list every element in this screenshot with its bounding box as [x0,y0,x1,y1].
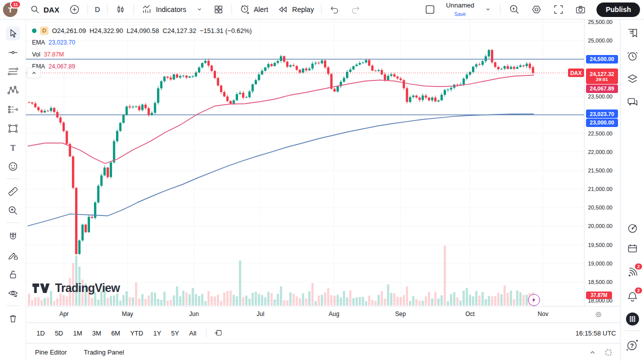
fullscreen-icon [552,4,564,16]
eye-icon [7,288,19,300]
indicators-button[interactable]: Indicators [137,2,190,18]
chart-column: D O24,261.09 H24,322.90 L24,090.58 C24,1… [26,20,620,361]
indicators-icon [141,4,153,16]
legend-collapse-button[interactable] [27,68,40,78]
interval-label: D [95,6,100,14]
screenshot-button[interactable] [570,2,590,18]
save-layout-button[interactable]: Unnamed Save [442,0,478,19]
indicator-templates-button[interactable] [208,2,228,18]
interval-badge[interactable]: D [40,26,48,35]
redo-button[interactable] [346,2,366,18]
range-1y-button[interactable]: 1Y [148,327,166,340]
undo-button[interactable] [324,2,344,18]
smiley-icon [7,160,19,172]
ema-fast-legend-row[interactable]: EMA 24,067.89 [32,60,252,72]
zoom-tool-button[interactable] [6,204,20,218]
range-3m-button[interactable]: 3M [88,327,106,340]
alerts-button[interactable] [626,49,640,63]
price-axis-label: 23,500.00 [588,94,612,100]
fib-tool-button[interactable] [6,64,20,78]
ema-line[interactable] [28,75,534,164]
chart-pane[interactable]: D O24,261.09 H24,322.90 L24,090.58 C24,1… [26,20,620,306]
projection-tool-button[interactable] [6,102,20,116]
interval-button[interactable]: D [91,4,104,16]
price-axis-label: 21,500.00 [588,168,612,174]
candlestick-style-icon [114,4,126,16]
chat-button[interactable] [626,95,640,109]
ema-slow-legend-row[interactable]: EMA 23,023.70 [32,36,252,48]
user-avatar[interactable]: T 11 [3,2,18,17]
panel-maximize-icon[interactable] [604,348,613,357]
indicators-dropdown-arrow[interactable] [192,4,208,16]
boost-lightning-button[interactable] [528,294,540,306]
month-label: Nov [538,310,548,318]
range-ytd-button[interactable]: YTD [126,327,148,340]
trash-icon [7,312,19,324]
alert-button[interactable]: Alert [235,2,272,18]
search-icon [30,4,40,15]
panel-expand-chevron-icon[interactable] [588,348,597,357]
compare-add-symbol-button[interactable] [64,2,84,18]
magnet-icon [7,230,19,242]
last-price-badge: 24,127.3229:01 [586,68,618,84]
range-5y-button[interactable]: 5Y [166,327,184,340]
symbol-legend-row[interactable]: D O24,261.09 H24,322.90 L24,090.58 C24,1… [32,24,252,36]
measure-tool-button[interactable] [6,184,20,198]
month-label: Jul [256,310,264,318]
ema-slow-value: 23,023.70 [48,39,75,46]
price-axis-label: 19,000.00 [588,260,612,266]
magnet-tool-button[interactable] [6,230,20,244]
volume-legend-row[interactable]: Vol 37.87M [32,48,252,60]
notifications-button[interactable]: 2 [626,290,640,304]
price-axis-label: 19,500.00 [588,242,612,248]
chevron-down-icon [484,6,492,14]
trading-panel-tab[interactable]: Trading Panel [84,348,124,356]
range-all-button[interactable]: All [184,327,200,340]
pine-editor-tab[interactable]: Pine Editor [35,348,67,356]
hide-drawings-button[interactable] [6,286,20,300]
publish-button[interactable]: Publish [596,2,640,17]
divider [6,178,20,179]
pencil-lock-icon [7,250,19,262]
time-axis[interactable]: AprMayJunJulAugSepOctNov [26,306,620,322]
range-5d-button[interactable]: 5D [50,327,68,340]
range-1m-button[interactable]: 1M [68,327,86,340]
xabcd-pattern-icon [7,84,19,96]
more-apps-button[interactable] [626,312,640,326]
ideas-stream-button[interactable]: 2 [626,266,640,280]
watchlist-button[interactable] [626,26,640,40]
text-tool-button[interactable]: T [6,140,20,154]
drawing-mode-button[interactable] [6,248,20,262]
replay-button[interactable]: Replay [273,2,318,18]
ema-slow-badge: 23,023.70 [586,110,618,118]
go-to-date-button[interactable] [212,326,226,340]
object-tree-button[interactable] [626,72,640,86]
price-axis[interactable]: 25,500.0025,000.0024,500.0024,000.0023,5… [584,20,620,306]
hotlists-button[interactable] [626,222,640,236]
quick-search-button[interactable] [504,2,524,18]
calendar-button[interactable] [626,242,640,256]
shapes-tool-button[interactable] [6,122,20,136]
lock-drawings-button[interactable] [6,268,20,282]
watermark-text: TradingView [55,282,120,295]
range-6m-button[interactable]: 6M [106,327,124,340]
chart-style-button[interactable] [110,2,130,18]
layout-dropdown-arrow[interactable] [480,4,496,16]
target-icon [626,222,639,235]
emoji-tool-button[interactable] [6,160,20,174]
divider [134,4,134,14]
settings-button[interactable] [526,2,546,18]
range-1d-button[interactable]: 1D [32,327,50,340]
help-button[interactable]: ? [626,338,640,352]
layout-button[interactable] [420,2,440,18]
remove-drawings-button[interactable] [6,312,20,326]
symbol-search-button[interactable]: DAX [26,2,64,17]
fib-retracement-icon [7,66,19,78]
trend-line-tool-button[interactable] [6,46,20,60]
pattern-tool-button[interactable] [6,84,20,98]
fullscreen-button[interactable] [548,2,568,18]
ema-fast-badge: 24,067.89 [586,84,618,93]
timezone-clock[interactable]: 16:15:58 UTC [576,330,616,337]
axis-settings-button[interactable] [594,310,603,319]
cursor-tool-button[interactable] [6,26,20,40]
